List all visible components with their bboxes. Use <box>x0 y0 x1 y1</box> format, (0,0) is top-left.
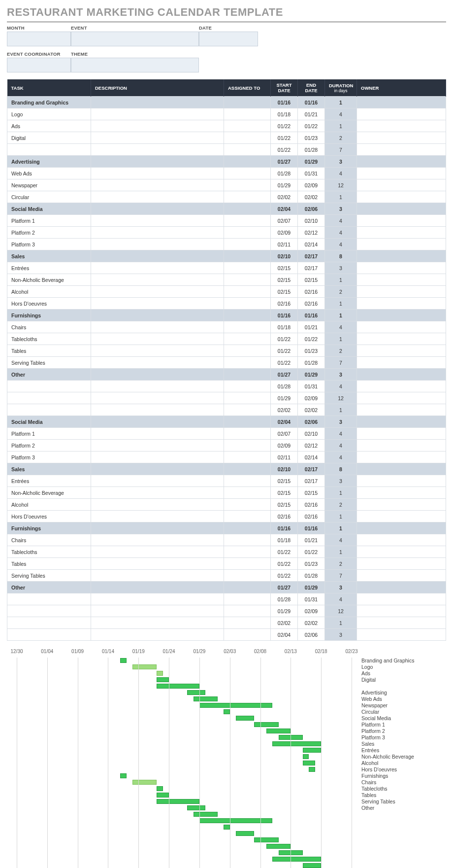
legend-item: Platform 1 <box>361 722 445 728</box>
th-assigned: ASSIGNED TO <box>224 79 271 97</box>
gantt-tick: 01/24 <box>163 649 175 654</box>
table-row: Furnishings01/1601/161 <box>7 310 446 321</box>
th-dur: DURATIONin days <box>325 79 357 97</box>
gantt-row <box>7 734 361 741</box>
gantt-bar <box>309 767 315 772</box>
gantt-bar <box>236 716 254 721</box>
table-row: Furnishings01/1601/161 <box>7 522 446 534</box>
gantt-bar <box>120 773 126 778</box>
th-task: TASK <box>7 79 91 97</box>
table-row: Sales02/1002/178 <box>7 250 446 262</box>
table-row: Tablecloths01/2201/221 <box>7 546 446 558</box>
gantt-rows <box>7 658 361 868</box>
legend-item <box>361 850 445 856</box>
table-row: 02/0202/021 <box>7 404 446 416</box>
meta-input[interactable] <box>199 32 258 46</box>
gantt-bar <box>266 729 291 733</box>
gantt-legend: Branding and GraphicsLogoAdsDigitalAdver… <box>361 649 445 868</box>
legend-item: Other <box>361 805 445 811</box>
gantt-row <box>7 792 361 799</box>
gantt-bar <box>120 658 126 663</box>
table-row: 02/0202/021 <box>7 617 446 629</box>
gantt-row <box>7 824 361 831</box>
gantt-bar <box>194 812 218 817</box>
table-row: Ads01/2201/221 <box>7 120 446 132</box>
table-row: Other01/2701/293 <box>7 369 446 381</box>
gantt-row <box>7 670 361 677</box>
meta-input[interactable] <box>71 58 199 72</box>
table-row: Branding and Graphics01/1601/161 <box>7 97 446 108</box>
gantt-row <box>7 702 361 709</box>
meta-row-2: EVENT COORDINATORTHEME <box>7 51 446 72</box>
gantt-bar <box>224 709 229 714</box>
gantt-row <box>7 799 361 805</box>
gantt-row <box>7 850 361 856</box>
gantt-bar <box>157 793 169 798</box>
tasks-header-row: TASK DESCRIPTION ASSIGNED TO START DATE … <box>7 79 446 97</box>
gantt-bar <box>303 761 315 765</box>
meta-label: DATE <box>199 25 258 32</box>
legend-item <box>361 837 445 843</box>
legend-item: Branding and Graphics <box>361 658 445 664</box>
meta-input[interactable] <box>7 32 71 46</box>
gantt-bar <box>157 799 199 804</box>
table-row: Social Media02/0402/063 <box>7 203 446 215</box>
gantt-bar <box>272 741 321 746</box>
gantt-bar <box>157 786 162 791</box>
gantt-row <box>7 722 361 728</box>
th-end: END DATE <box>298 79 325 97</box>
gantt-bar <box>254 837 278 842</box>
gantt-row <box>7 664 361 670</box>
gantt-row <box>7 690 361 696</box>
table-row: 01/2201/287 <box>7 144 446 156</box>
table-row: Newspaper01/2902/0912 <box>7 179 446 191</box>
gantt-row <box>7 856 361 863</box>
table-row: Platform 302/1102/144 <box>7 239 446 250</box>
gantt-bar <box>157 671 162 676</box>
legend-item: Advertising <box>361 690 445 696</box>
legend-item <box>361 831 445 837</box>
gantt-tick: 01/19 <box>132 649 145 654</box>
gantt-tick: 01/09 <box>71 649 84 654</box>
gantt-row <box>7 843 361 850</box>
gantt-row <box>7 696 361 702</box>
gantt-row <box>7 786 361 792</box>
table-row: Hors D'oeuvres02/1602/161 <box>7 511 446 522</box>
meta-field-date: DATE <box>199 25 258 46</box>
meta-input[interactable] <box>71 32 199 46</box>
table-row: Web Ads01/2801/314 <box>7 168 446 179</box>
gantt-row <box>7 837 361 843</box>
legend-item <box>361 683 445 690</box>
table-row: Non-Alcholic Beverage02/1502/151 <box>7 487 446 499</box>
legend-item: Hors D'oeuvres <box>361 766 445 773</box>
gantt-tick: 12/30 <box>10 649 23 654</box>
title-rule <box>7 22 446 22</box>
gantt-bar <box>303 754 309 759</box>
legend-item: Chairs <box>361 779 445 786</box>
gantt-row <box>7 728 361 734</box>
meta-label: EVENT <box>71 25 199 32</box>
legend-item: Serving Tables <box>361 799 445 805</box>
table-row: Platform 302/1102/144 <box>7 451 446 463</box>
legend-item: Tablecloths <box>361 786 445 792</box>
gantt-bar <box>224 825 229 830</box>
table-row: Platform 202/0902/124 <box>7 440 446 451</box>
table-row: Hors D'oeuvres02/1602/161 <box>7 298 446 310</box>
gantt-tick: 02/13 <box>285 649 297 654</box>
legend-item: Logo <box>361 664 445 670</box>
gantt-bar <box>303 748 321 753</box>
gantt-tick: 01/29 <box>193 649 205 654</box>
gantt-tick: 02/03 <box>224 649 236 654</box>
meta-input[interactable] <box>7 58 71 72</box>
meta-label: MONTH <box>7 25 71 32</box>
table-row: Platform 102/0702/104 <box>7 428 446 440</box>
gantt-chart: 12/3001/0401/0901/1401/1901/2401/2902/03… <box>7 649 446 868</box>
gantt-bar <box>194 696 218 701</box>
gantt-row <box>7 741 361 747</box>
gantt-row <box>7 760 361 766</box>
legend-item: Alcohol <box>361 760 445 766</box>
meta-field-event-coordinator: EVENT COORDINATOR <box>7 51 71 72</box>
table-row: Alcohol02/1502/162 <box>7 499 446 511</box>
table-row: Sales02/1002/178 <box>7 463 446 475</box>
table-row: Chairs01/1801/214 <box>7 534 446 546</box>
